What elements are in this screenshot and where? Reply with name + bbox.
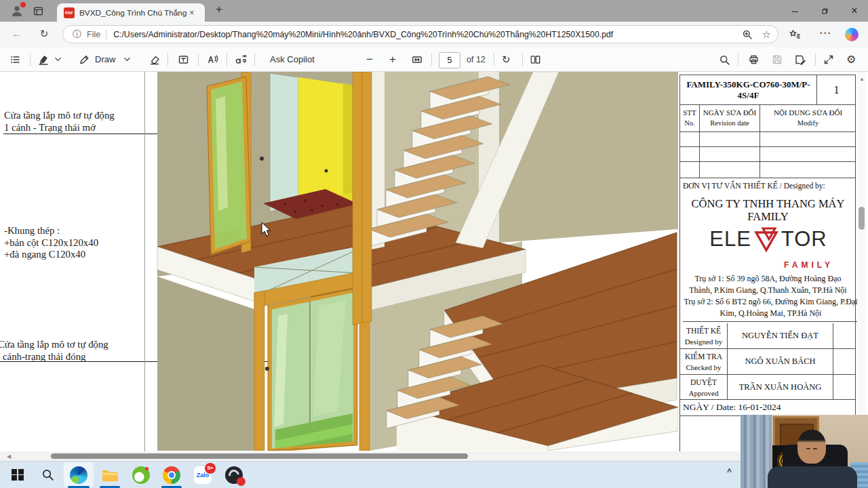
tab-close-icon[interactable]: × xyxy=(189,7,195,18)
info-icon[interactable]: ⓘ xyxy=(73,28,81,41)
fullscreen-icon[interactable] xyxy=(823,54,834,65)
add-text-icon[interactable] xyxy=(178,54,189,65)
sig-label-design: THIẾT KẾDesigned by xyxy=(680,323,728,349)
zalo-badge: 5+ xyxy=(205,463,216,474)
sig-cell-empty xyxy=(833,375,856,400)
copilot-icon[interactable] xyxy=(845,28,859,41)
rev-cell-empty xyxy=(700,132,760,147)
hidden-icons-chevron[interactable]: ^ xyxy=(727,467,732,476)
screen: PDF BVXD_Công Trình Chú Thắng HT1 × + ─ … xyxy=(0,0,868,488)
taskbar-obs-icon[interactable] xyxy=(219,462,249,488)
rev-col-modify: NỘI DUNG SỬA ĐỔIModify xyxy=(760,105,856,132)
draw-chevron-icon[interactable] xyxy=(123,56,131,62)
toc-icon[interactable] xyxy=(9,54,21,65)
search-document-icon[interactable] xyxy=(719,54,730,66)
vertical-scrollbar[interactable] xyxy=(857,72,867,461)
browser-tab[interactable]: PDF BVXD_Công Trình Chú Thắng HT1 × xyxy=(57,3,205,22)
taskbar-explorer-icon[interactable] xyxy=(95,462,125,488)
annotation-line: Cửa tầng lắp mô tơ tự động xyxy=(0,339,108,351)
logo-text-ele: ELE xyxy=(709,227,751,251)
taskbar-chrome-icon[interactable] xyxy=(157,462,186,488)
logo-text-tor: TOR xyxy=(781,227,827,251)
ask-copilot-button[interactable]: Ask Copilot xyxy=(270,54,315,64)
scroll-left-arrow[interactable]: ◀ xyxy=(7,453,11,460)
model-number: FAMILY-350KG-CO760-30M/P-4S/4F xyxy=(680,75,817,105)
browser-menu-icon[interactable]: ⋯ xyxy=(819,26,831,40)
draw-label[interactable]: Draw xyxy=(95,54,115,64)
sig-cell-empty xyxy=(833,349,856,375)
sig-name-design: NGUYỄN TIẾN ĐẠT xyxy=(728,323,833,349)
open-elevator-door xyxy=(207,77,251,254)
annotation-line: Cửa tầng lắp mô tơ tự động xyxy=(4,110,115,122)
fit-to-width-icon[interactable] xyxy=(411,54,423,65)
horizontal-scrollbar-thumb[interactable] xyxy=(51,453,468,459)
address-2: Trụ sở 2: Số 6 BT2 ngõ 66, Đường Kim Gia… xyxy=(683,296,859,322)
zoom-in-icon[interactable]: + xyxy=(389,53,396,66)
rev-cell-empty xyxy=(760,147,856,162)
workspaces-icon[interactable] xyxy=(33,5,44,17)
scroll-up-arrow[interactable]: ▲ xyxy=(859,76,865,82)
print-icon[interactable] xyxy=(748,54,760,65)
page-number-input[interactable]: 5 xyxy=(439,52,460,68)
rev-col-stt: STTNo. xyxy=(680,105,700,132)
sig-name-check: NGÔ XUÂN BÁCH xyxy=(728,349,833,375)
save-as-icon[interactable] xyxy=(794,54,806,65)
pdf-toolbar: Draw Ask Copilot − + 5 of 12 ↻ xyxy=(0,47,868,72)
page-view-icon[interactable] xyxy=(530,54,541,65)
taskbar-coccoc-icon[interactable] xyxy=(126,462,156,488)
new-tab-button[interactable]: + xyxy=(216,3,222,16)
address-bar[interactable]: ⓘ File C:/Users/Administrator/Desktop/Th… xyxy=(62,25,778,43)
rotate-icon[interactable]: ↻ xyxy=(502,54,511,66)
profile-avatar-icon[interactable] xyxy=(9,3,24,18)
zoom-out-icon[interactable]: − xyxy=(366,53,373,66)
annotation-line: -Khung thép : xyxy=(4,225,98,237)
sig-label-check: KIỂM TRAChecked by xyxy=(680,349,728,375)
browser-titlebar: PDF BVXD_Công Trình Chú Thắng HT1 × + ─ … xyxy=(0,0,868,22)
collections-icon[interactable] xyxy=(788,28,801,40)
lower-elevator xyxy=(254,244,370,451)
url-text[interactable]: C:/Users/Administrator/Desktop/Thang%20m… xyxy=(113,30,741,39)
eraser-icon[interactable] xyxy=(149,54,160,65)
elevator-isometric-drawing xyxy=(142,72,678,451)
highlighter-icon[interactable] xyxy=(38,54,49,65)
refresh-icon[interactable]: ↻ xyxy=(35,28,53,40)
annotation-door-open: Cửa tầng lắp mô tơ tự động 1 cánh - Trạn… xyxy=(4,110,115,134)
address-divider xyxy=(106,30,106,39)
pdf-page: Cửa tầng lắp mô tơ tự động 1 cánh - Trạn… xyxy=(0,72,868,461)
window-minimize-button[interactable]: ─ xyxy=(781,0,808,22)
lower-door-handle xyxy=(265,367,269,371)
annotation-line: +bản cột C120x120x40 xyxy=(4,237,98,249)
sig-name-approve: TRẦN XUÂN HOÀNG xyxy=(728,375,833,400)
draw-pen-icon[interactable] xyxy=(79,54,90,65)
annotation-line: +đà ngang C120x40 xyxy=(4,249,98,261)
taskbar-search-button[interactable] xyxy=(33,462,62,488)
rev-cell-empty xyxy=(760,162,856,178)
read-aloud-icon[interactable] xyxy=(206,54,218,65)
rev-cell-empty xyxy=(680,162,700,178)
annotation-line: 1 cánh - Trạng thái mở xyxy=(4,122,115,134)
vertical-scrollbar-thumb[interactable] xyxy=(859,207,865,230)
highlighter-chevron-icon[interactable] xyxy=(54,56,62,62)
save-icon xyxy=(772,54,783,65)
window-close-button[interactable]: × xyxy=(841,0,868,22)
taskbar-zalo-icon[interactable]: Zalo 5+ xyxy=(188,462,218,488)
file-scheme-label: File xyxy=(87,30,100,39)
pdf-favicon: PDF xyxy=(64,7,75,18)
zoom-page-icon[interactable] xyxy=(742,29,753,40)
rev-cell-empty xyxy=(680,132,700,147)
back-icon[interactable]: ← xyxy=(8,28,26,40)
translate-icon[interactable] xyxy=(235,54,248,65)
pdf-settings-gear-icon[interactable]: ⚙ xyxy=(846,53,856,66)
start-button[interactable] xyxy=(3,462,33,488)
taskbar: Zalo 5+ ^ xyxy=(0,461,868,488)
sheet-number: 1 xyxy=(817,75,856,105)
upper-door-handle xyxy=(260,157,264,161)
taskbar-edge-icon[interactable] xyxy=(64,462,94,488)
favorite-star-icon[interactable]: ☆ xyxy=(762,28,771,41)
address-1: Trụ sở 1: Số 39 ngõ 58A, Đường Hoàng Đạo… xyxy=(683,273,853,296)
sig-label-approve: DUYỆTApproved xyxy=(680,375,728,400)
window-restore-button[interactable] xyxy=(811,0,838,22)
address-row: ← ↻ ⓘ File C:/Users/Administrator/Deskto… xyxy=(0,22,868,47)
webcam-person-head xyxy=(797,430,826,464)
elevator-family-logo: ELE TOR FAMILY xyxy=(692,226,844,268)
